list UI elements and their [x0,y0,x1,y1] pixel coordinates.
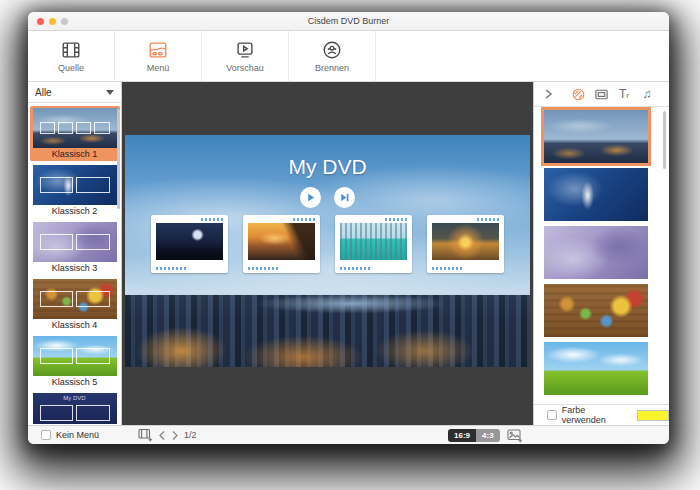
menu-background-image [125,295,530,367]
video-thumbnail [432,223,499,260]
template-thumbnail [33,222,117,262]
dvd-menu-title[interactable]: My DVD [125,155,530,179]
video-card-1[interactable] [151,215,228,273]
previous-page-chevron-icon[interactable] [158,430,166,441]
minimize-button[interactable] [49,18,56,25]
template-list-scrollbar[interactable] [117,109,120,209]
toolbar-button-vorschau[interactable]: Vorschau [202,31,289,81]
toolbar-button-brennen[interactable]: Brennen [289,31,376,81]
aspect-16-9-button[interactable]: 16:9 [448,429,476,442]
template-item-2[interactable]: Klassisch 2 [30,163,120,218]
play-icon [305,192,316,203]
template-name: Klassisch 2 [33,205,117,217]
video-card-duration-placeholder [293,218,315,221]
template-item-5[interactable]: Klassisch 5 [30,334,120,389]
template-item-6[interactable]: My DVD [30,391,120,424]
tool-icon-group: Tr ♫ [570,86,655,102]
main-toolbar: Quelle Menü Vorschau [28,31,669,82]
next-page-chevron-icon[interactable] [171,430,179,441]
background-item-3[interactable] [544,226,648,279]
customize-toolbar: Tr ♫ [534,82,669,107]
toolbar-label: Brennen [315,63,349,73]
template-frame-placeholders [33,393,117,424]
video-thumbnail [340,223,407,260]
toolbar-button-menu[interactable]: Menü [115,31,202,81]
video-card-3[interactable] [335,215,412,273]
video-card-4[interactable] [427,215,504,273]
video-card-title-placeholder [340,267,372,270]
burn-disc-icon [321,39,343,61]
template-item-3[interactable]: Klassisch 3 [30,220,120,275]
toolbar-label: Menü [147,63,170,73]
add-background-image-group [507,428,523,444]
template-frame-placeholders [33,336,117,376]
video-card-title-placeholder [156,267,188,270]
background-list-scrollbar[interactable] [663,111,666,169]
page-navigation: 1/2 [138,426,197,444]
use-color-label: Farbe verwenden [562,405,630,425]
menu-preview-canvas[interactable]: My DVD [125,135,530,367]
add-image-icon[interactable] [507,428,523,443]
music-note-icon: ♫ [643,88,652,100]
toolbar-label: Quelle [58,63,84,73]
collapse-panel-chevron-icon[interactable] [542,87,554,101]
video-card-duration-placeholder [477,218,499,221]
background-list [534,107,669,395]
video-thumbnail-row [125,215,530,273]
window-title: Cisdem DVD Burner [308,16,390,26]
desktop: Cisdem DVD Burner Quelle [0,0,700,490]
video-thumbnail [156,223,223,260]
menu-preview-area: My DVD [122,82,533,425]
color-swatch[interactable] [637,410,669,421]
frame-icon [594,87,609,102]
template-thumbnail: My DVD [33,393,117,424]
background-pattern-icon [571,87,586,102]
background-item-1[interactable] [544,110,648,163]
video-card-title-placeholder [248,267,280,270]
toolbar-button-quelle[interactable]: Quelle [28,31,115,81]
template-thumbnail [33,165,117,205]
zoom-button[interactable] [61,18,68,25]
film-strip-icon [60,39,82,61]
template-name: Klassisch 5 [33,376,117,388]
use-color-checkbox[interactable] [547,410,557,420]
template-name: Klassisch 3 [33,262,117,274]
background-item-4[interactable] [544,284,648,337]
preview-monitor-icon [234,39,256,61]
video-card-duration-placeholder [201,218,223,221]
tool-frame[interactable] [593,86,609,102]
video-card-2[interactable] [243,215,320,273]
toolbar-label: Vorschau [226,63,264,73]
template-thumbnail [33,336,117,376]
skip-next-button[interactable] [334,187,355,208]
text-icon: Tr [619,88,629,100]
template-list: Klassisch 1Klassisch 2Klassisch 3Klassis… [28,103,121,424]
background-item-5[interactable] [544,342,648,395]
tool-text[interactable]: Tr [616,86,632,102]
close-button[interactable] [37,18,44,25]
add-menu-page-icon[interactable] [138,428,153,442]
no-menu-option: Kein Menü [41,426,99,444]
menu-buttons [125,187,530,208]
template-sidebar: Alle Klassisch 1Klassisch 2Klassisch 3Kl… [28,82,122,425]
play-button[interactable] [300,187,321,208]
no-menu-checkbox[interactable] [41,430,51,440]
tool-music[interactable]: ♫ [639,86,655,102]
chevron-down-icon [106,90,114,95]
video-card-title-placeholder [432,267,464,270]
no-menu-label: Kein Menü [56,430,99,440]
template-item-1[interactable]: Klassisch 1 [30,106,120,161]
tool-background[interactable] [570,86,586,102]
filter-value: Alle [35,87,52,98]
skip-next-icon [339,192,350,203]
content-area: Alle Klassisch 1Klassisch 2Klassisch 3Kl… [28,82,669,425]
template-name: Klassisch 4 [33,319,117,331]
color-option-row: Farbe verwenden [534,404,669,425]
template-frame-placeholders [33,108,117,148]
menu-scene-icon [147,39,169,61]
template-item-4[interactable]: Klassisch 4 [30,277,120,332]
title-bar: Cisdem DVD Burner [28,12,669,31]
background-item-2[interactable] [544,168,648,221]
template-filter-dropdown[interactable]: Alle [28,82,121,103]
aspect-4-3-button[interactable]: 4:3 [476,429,500,442]
